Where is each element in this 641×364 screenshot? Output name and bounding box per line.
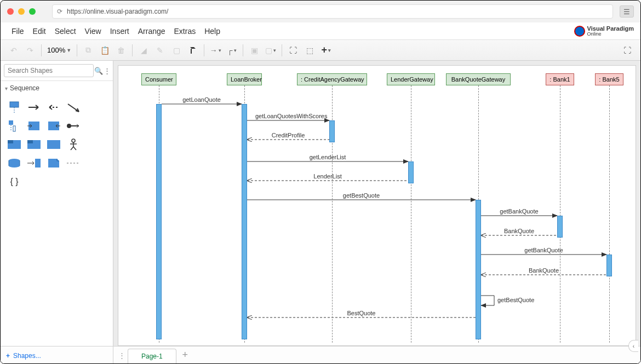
shape-constraint-icon[interactable]: { } [5, 174, 24, 189]
fit-page-button[interactable]: ⛶ [285, 43, 301, 58]
activation-bar[interactable] [606, 255, 612, 276]
drag-handle-icon[interactable]: ⋮ [118, 351, 125, 360]
shadow-button[interactable]: ▢ [169, 43, 184, 58]
activation-bar[interactable] [557, 216, 563, 238]
message-label[interactable]: BankQuote [487, 228, 552, 234]
redo-button[interactable]: ↷ [22, 43, 38, 58]
more-icon[interactable]: ⋮ [104, 67, 110, 75]
lifeline-head[interactable]: : Bank5 [595, 73, 623, 85]
shape-activation-icon[interactable] [5, 118, 24, 134]
fit-selection-button[interactable]: ⬚ [302, 43, 317, 58]
menu-view[interactable]: View [81, 27, 106, 36]
message-label[interactable]: LenderList [295, 173, 360, 180]
shape-frame3-icon[interactable] [44, 137, 63, 152]
lifeline-loanbroker[interactable]: LoanBroker [227, 73, 262, 85]
message-label[interactable]: getBankQuote [511, 247, 577, 253]
copy-button[interactable]: ⧉ [81, 43, 96, 58]
hamburger-menu-button[interactable]: ☰ [620, 5, 634, 18]
waypoint-style-button[interactable]: ┌▾ [224, 43, 239, 58]
activation-bar[interactable] [156, 104, 162, 339]
menu-extras[interactable]: Extras [170, 27, 201, 36]
lifeline-head[interactable]: BankQuoteGateway [446, 73, 511, 85]
shape-empty [84, 118, 102, 134]
menu-help[interactable]: Help [200, 27, 225, 36]
shape-endpoint-icon[interactable] [64, 118, 83, 134]
minimize-window-button[interactable] [18, 8, 25, 15]
refresh-icon[interactable]: ⟳ [57, 8, 62, 15]
shape-note-icon[interactable] [44, 155, 63, 171]
shape-entity-icon[interactable] [5, 155, 24, 171]
message-label[interactable]: BankQuote [511, 267, 577, 274]
menu-arrange[interactable]: Arrange [134, 27, 170, 36]
lifeline-lender[interactable]: LenderGateway [387, 73, 435, 85]
search-input[interactable] [4, 64, 94, 77]
close-window-button[interactable] [7, 8, 14, 15]
paste-button[interactable]: 📋 [97, 43, 112, 58]
format-painter-button[interactable] [185, 43, 201, 58]
fullscreen-button[interactable]: ⛶ [620, 43, 635, 58]
delete-button[interactable]: 🗑 [113, 43, 129, 58]
lifeline-head[interactable]: LoanBroker [227, 73, 262, 85]
url-text: https://online.visual-paradigm.com/ [67, 8, 168, 15]
message-label[interactable]: BestQuote [329, 310, 394, 316]
shape-empty [84, 100, 102, 115]
lifeline-credit[interactable]: : CreditAgencyGateway [297, 73, 367, 85]
add-button[interactable]: +▾ [318, 43, 334, 58]
connection-style-button[interactable]: →▾ [208, 43, 223, 58]
maximize-window-button[interactable] [29, 8, 36, 15]
activation-bar[interactable] [329, 120, 335, 142]
fill-color-button[interactable]: ◢ [136, 43, 151, 58]
canvas[interactable]: ConsumerLoanBroker: CreditAgencyGatewayL… [118, 65, 636, 346]
lifeline-bank5[interactable]: : Bank5 [595, 73, 623, 85]
lifeline-head[interactable]: : Bank1 [546, 73, 574, 85]
to-back-button[interactable]: ▢▾ [263, 43, 278, 58]
shape-message-icon[interactable] [25, 100, 43, 115]
shape-frame1-icon[interactable] [5, 137, 24, 152]
collapse-panel-button[interactable]: ‹ [628, 340, 638, 352]
message-label[interactable]: getLenderList [295, 154, 360, 160]
line-color-button[interactable]: ✎ [152, 43, 168, 58]
lifeline-consumer[interactable]: Consumer [141, 73, 176, 85]
undo-button[interactable]: ↶ [6, 43, 21, 58]
shape-continuation-icon[interactable] [64, 155, 83, 171]
lifeline-dashline [609, 85, 610, 343]
message-label[interactable]: getLoanQuote [169, 96, 234, 103]
toolbar-separator [41, 44, 42, 56]
message-label[interactable]: getBestQuote [329, 192, 394, 199]
lifeline-bank1[interactable]: : Bank1 [546, 73, 574, 85]
message-label[interactable]: getBestQuote [497, 297, 534, 303]
svg-rect-13 [8, 140, 13, 143]
activation-bar[interactable] [408, 161, 414, 183]
page-tab[interactable]: Page-1 [128, 349, 176, 363]
shape-frame2-icon[interactable] [25, 137, 43, 152]
message-label[interactable]: getBankQuote [487, 208, 552, 215]
menu-insert[interactable]: Insert [106, 27, 134, 36]
message-label[interactable]: getLoanQuotesWithScores [255, 113, 321, 119]
url-bar[interactable]: ⟳ https://online.visual-paradigm.com/ [52, 4, 613, 19]
to-front-button[interactable]: ▣ [247, 43, 262, 58]
lifeline-head[interactable]: : CreditAgencyGateway [297, 73, 367, 85]
shape-lifeline-icon[interactable] [5, 100, 24, 115]
activation-bar[interactable] [476, 200, 481, 339]
shape-actor-icon[interactable] [64, 137, 83, 152]
menu-edit[interactable]: Edit [28, 27, 50, 36]
shape-return-icon[interactable] [44, 100, 63, 115]
lifeline-head[interactable]: LenderGateway [387, 73, 435, 85]
shape-frame-in-icon[interactable] [25, 118, 43, 134]
shape-frame-out-icon[interactable] [44, 118, 63, 134]
message-label[interactable]: CreditProfile [255, 132, 321, 138]
search-icon[interactable]: 🔍 [94, 67, 104, 75]
toolbar-separator [282, 44, 282, 56]
lifeline-bankquote[interactable]: BankQuoteGateway [446, 73, 511, 85]
shape-control-icon[interactable] [25, 155, 43, 171]
shape-found-icon[interactable] [64, 100, 83, 115]
zoom-dropdown[interactable]: 100%▼ [45, 46, 73, 54]
sequence-diagram[interactable] [118, 66, 636, 345]
shapes-panel-button[interactable]: Shapes... [1, 346, 113, 364]
menu-select[interactable]: Select [50, 27, 81, 36]
menu-file[interactable]: File [7, 27, 28, 36]
activation-bar[interactable] [242, 104, 247, 339]
add-page-button[interactable]: + [179, 349, 192, 362]
lifeline-head[interactable]: Consumer [141, 73, 176, 85]
panel-sequence[interactable]: Sequence [1, 81, 113, 95]
